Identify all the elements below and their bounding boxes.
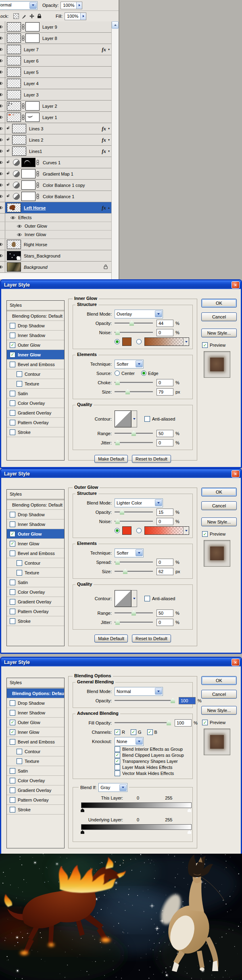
layer-row-layer-7[interactable]: Layer 7fx▾ [0,44,112,55]
channel-b[interactable]: ✓B [147,729,157,735]
slider-thumb[interactable] [115,440,120,445]
cancel-button[interactable]: Cancel [201,312,237,321]
layer-row-color-balance-1-copy[interactable]: Color Balance 1 copy [0,180,112,191]
layer-name[interactable]: Layer 6 [24,59,39,63]
link-icon[interactable] [36,160,40,165]
style-item-blending-options-default[interactable]: Blending Options: Default [7,311,64,321]
anti-aliased-option[interactable]: Anti-aliased [144,416,175,422]
style-checkbox-drop-shadow[interactable] [10,323,15,329]
style-item-texture[interactable]: Texture [7,379,64,389]
layer-row-layer-2[interactable]: Layer 2 [0,101,112,112]
layer-name[interactable]: Right Horse [24,242,47,247]
visibility-eye-icon[interactable] [0,262,5,272]
style-checkbox-bevel-and-emboss[interactable] [10,739,15,745]
style-item-inner-shadow[interactable]: Inner Shadow [7,331,64,340]
style-checkbox-stroke[interactable] [10,429,15,435]
white-point-slider[interactable] [188,808,191,812]
style-checkbox-gradient-overlay[interactable] [10,410,15,416]
style-checkbox-color-overlay[interactable] [10,589,15,595]
noise-value[interactable]: 0 [156,518,173,525]
eye-column[interactable] [0,222,5,230]
style-checkbox-satin[interactable] [10,768,15,774]
opacity-field[interactable]: 100% [60,2,82,9]
layer-row-background[interactable]: Background [0,262,112,273]
radio-edge[interactable] [141,371,146,376]
layer-name[interactable]: Curves 1 [43,160,60,165]
layer-thumbnail[interactable] [7,79,21,88]
style-checkbox-inner-shadow[interactable] [10,710,15,716]
style-checkbox-texture[interactable] [17,381,22,387]
channel-r[interactable]: ✓R [115,729,125,735]
gradient-ramp[interactable] [81,802,192,808]
layer-row-layer-3[interactable]: Layer 3 [0,89,112,101]
chevron-down-icon[interactable] [131,410,137,427]
visibility-eye-icon[interactable] [0,78,5,89]
spread-value[interactable]: 0 [156,559,173,566]
layer-thumbnail[interactable] [7,56,21,65]
link-icon[interactable] [36,182,40,188]
layer-thumbnail[interactable] [12,135,26,144]
source-option-edge[interactable]: Edge [141,371,159,376]
style-item-stroke[interactable]: Stroke [7,616,64,626]
layer-row-layer-1[interactable]: Layer 1 [0,112,112,123]
chevron-down-icon[interactable] [136,360,143,367]
style-checkbox-pattern-overlay[interactable] [10,420,15,425]
color-radio[interactable] [115,528,120,533]
style-item-stroke[interactable]: Stroke [7,427,64,437]
fill-spinner-icon[interactable] [80,13,86,20]
style-item-drop-shadow[interactable]: Drop Shadow [7,698,64,708]
style-checkbox-color-overlay[interactable] [10,400,15,406]
chevron-down-icon[interactable] [29,2,37,9]
chevron-down-icon[interactable] [119,784,127,791]
noise-slider[interactable] [115,521,153,522]
slider-thumb[interactable] [115,559,120,565]
slider-thumb[interactable] [125,389,130,394]
lock-all-icon[interactable] [37,14,42,19]
make-default-button[interactable]: Make Default [94,634,128,643]
chevron-down-icon[interactable] [131,590,137,607]
size-value[interactable]: 79 [156,388,173,396]
slider-thumb[interactable] [131,431,136,436]
style-item-outer-glow[interactable]: ✓Outer Glow [7,529,64,539]
checkbox-blend-clipped-layers-as-group[interactable]: ✓ [115,752,120,758]
range-value[interactable]: 50 [156,430,173,437]
visibility-eye-icon[interactable] [0,191,5,202]
visibility-eye-icon[interactable] [0,112,5,123]
lock-pixels-brush-icon[interactable] [22,14,27,19]
cancel-button[interactable]: Cancel [201,501,237,510]
style-item-inner-shadow[interactable]: Inner Shadow [7,708,64,718]
style-checkbox-pattern-overlay[interactable] [10,797,15,803]
noise-value[interactable]: 0 [156,329,173,336]
layer-effect-row-outer-glow[interactable]: Outer Glow [0,222,112,230]
opacity-value[interactable]: 44 [156,320,173,327]
ok-button[interactable]: OK [201,299,237,308]
style-item-inner-glow[interactable]: ✓Inner Glow [7,350,64,360]
layer-name[interactable]: Lines 2 [29,138,43,142]
channel-checkbox-g[interactable]: ✓ [131,729,136,735]
blend-mode-select[interactable]: Lighter Color [115,498,163,507]
style-item-pattern-overlay[interactable]: Pattern Overlay [7,607,64,616]
style-checkbox-gradient-overlay[interactable] [10,787,15,793]
source-option-center[interactable]: Center [115,371,135,376]
style-item-satin[interactable]: Satin [7,578,64,587]
style-item-satin[interactable]: Satin [7,766,64,776]
opacity-value[interactable]: 100 [179,697,196,704]
reset-to-default-button[interactable]: Reset to Default [132,634,171,643]
layer-thumbnail[interactable] [7,251,21,260]
visibility-eye-icon[interactable] [0,101,5,111]
style-item-contour[interactable]: Contour [7,558,64,568]
layer-name[interactable]: Layer 2 [42,104,57,109]
option-blend-clipped-layers-as-group[interactable]: ✓Blend Clipped Layers as Group [115,752,189,758]
gradient-radio[interactable] [136,339,142,344]
lock-transparency-icon[interactable] [13,13,19,19]
style-item-inner-glow[interactable]: ✓Inner Glow [7,727,64,737]
slider-thumb[interactable] [129,320,134,326]
slider-thumb[interactable] [131,610,136,616]
layer-row-lines-2[interactable]: Lines 2fx▾ [0,134,112,146]
style-item-bevel-and-emboss[interactable]: Bevel and Emboss [7,737,64,747]
link-icon[interactable] [21,103,25,109]
style-item-satin[interactable]: Satin [7,389,64,398]
preview-option[interactable]: ✓Preview [202,342,225,348]
opacity-slider[interactable] [115,322,153,324]
channel-g[interactable]: ✓G [131,729,142,735]
